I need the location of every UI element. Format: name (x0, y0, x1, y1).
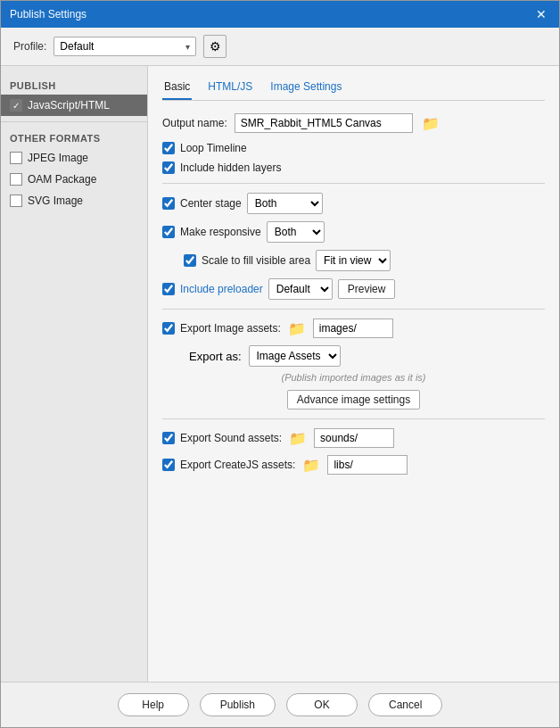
export-image-row: Export Image assets: 📁 (162, 318, 545, 338)
publish-note: (Publish imported images as it is) (162, 372, 545, 383)
export-sound-path-input[interactable] (314, 428, 394, 448)
make-responsive-label: Make responsive (180, 226, 261, 238)
export-image-checkbox[interactable] (162, 322, 175, 335)
include-hidden-row: Include hidden layers (162, 161, 545, 174)
main-content: PUBLISH ✓ JavaScript/HTML OTHER FORMATS … (1, 66, 559, 682)
title-bar: Publish Settings ✕ (1, 1, 559, 28)
advance-image-settings-button[interactable]: Advance image settings (287, 390, 420, 410)
profile-chevron-icon: ▾ (185, 42, 190, 52)
footer: Help Publish OK Cancel (1, 682, 559, 727)
folder-icon-2: 📁 (288, 321, 306, 336)
sidebar-item-oam[interactable]: OAM Package (1, 169, 147, 190)
oam-checkbox (10, 173, 22, 186)
export-image-path-input[interactable] (313, 318, 393, 338)
output-folder-button[interactable]: 📁 (420, 115, 441, 132)
publish-section-label: PUBLISH (1, 75, 147, 95)
folder-icon: 📁 (422, 116, 440, 131)
sidebar: PUBLISH ✓ JavaScript/HTML OTHER FORMATS … (1, 66, 148, 682)
output-name-label: Output name: (162, 117, 227, 129)
profile-bar: Profile: Default ▾ ⚙ (1, 28, 559, 66)
export-image-folder-button[interactable]: 📁 (286, 320, 308, 337)
settings-panel: Basic HTML/JS Image Settings Output name… (148, 66, 559, 682)
center-stage-label: Center stage (180, 197, 242, 210)
output-name-row: Output name: 📁 (162, 113, 545, 133)
other-formats-label: OTHER FORMATS (1, 128, 147, 147)
jpeg-label: JPEG Image (28, 152, 88, 164)
center-stage-checkbox[interactable] (162, 197, 175, 210)
include-hidden-label: Include hidden layers (180, 161, 281, 174)
scale-fill-checkbox[interactable] (184, 254, 196, 267)
sidebar-item-svg[interactable]: SVG Image (1, 190, 147, 211)
output-name-input[interactable] (235, 113, 413, 133)
scale-fill-select[interactable]: Fit in view Fill (316, 250, 391, 271)
tab-image-settings[interactable]: Image Settings (268, 77, 343, 100)
help-button[interactable]: Help (118, 693, 189, 716)
ok-button[interactable]: OK (286, 693, 358, 716)
include-preloader-label: Include preloader (180, 283, 263, 295)
export-sound-row: Export Sound assets: 📁 (162, 428, 545, 448)
make-responsive-row: Make responsive Both Width Height None (162, 221, 545, 243)
close-button[interactable]: ✕ (532, 5, 550, 23)
export-sound-folder-button[interactable]: 📁 (287, 430, 309, 447)
make-responsive-select[interactable]: Both Width Height None (267, 221, 325, 243)
profile-value: Default (60, 40, 94, 53)
tab-html-js[interactable]: HTML/JS (206, 77, 254, 100)
loop-timeline-checkbox[interactable] (162, 142, 175, 154)
svg-checkbox (10, 194, 22, 207)
include-preloader-checkbox[interactable] (162, 283, 175, 295)
export-createjs-row: Export CreateJS assets: 📁 (162, 455, 545, 475)
jpeg-checkbox (10, 152, 22, 164)
center-stage-select[interactable]: Both Horizontal Vertical None (247, 193, 323, 214)
scale-fill-row: Scale to fill visible area Fit in view F… (162, 250, 545, 271)
export-as-label: Export as: (189, 350, 242, 363)
profile-label: Profile: (13, 40, 46, 53)
cancel-button[interactable]: Cancel (368, 693, 442, 716)
include-preloader-row: Include preloader Default None Custom Pr… (162, 278, 545, 300)
export-sound-checkbox[interactable] (162, 432, 175, 444)
loop-timeline-row: Loop Timeline (162, 142, 545, 154)
center-stage-row: Center stage Both Horizontal Vertical No… (162, 193, 545, 214)
profile-dropdown[interactable]: Default ▾ (54, 37, 196, 56)
tab-basic[interactable]: Basic (162, 77, 192, 100)
include-hidden-checkbox[interactable] (162, 161, 175, 174)
publish-button[interactable]: Publish (200, 693, 276, 716)
publish-settings-dialog: Publish Settings ✕ Profile: Default ▾ ⚙ … (0, 0, 560, 728)
export-createjs-path-input[interactable] (327, 455, 408, 475)
folder-icon-3: 📁 (289, 431, 307, 446)
include-preloader-select[interactable]: Default None Custom (268, 278, 333, 300)
js-html-label: JavaScript/HTML (28, 99, 110, 112)
dialog-title: Publish Settings (10, 8, 86, 21)
scale-fill-label: Scale to fill visible area (202, 254, 310, 267)
export-createjs-folder-button[interactable]: 📁 (301, 457, 322, 474)
export-createjs-label: Export CreateJS assets: (180, 459, 295, 471)
export-sound-label: Export Sound assets: (180, 432, 282, 444)
svg-label: SVG Image (28, 194, 83, 207)
gear-icon: ⚙ (210, 39, 221, 54)
tabs-bar: Basic HTML/JS Image Settings (162, 77, 545, 101)
gear-button[interactable]: ⚙ (203, 35, 226, 58)
folder-icon-4: 📁 (302, 458, 320, 473)
export-createjs-checkbox[interactable] (162, 459, 175, 471)
export-as-row: Export as: Image Assets Sprite Sheet (162, 345, 545, 367)
loop-timeline-label: Loop Timeline (180, 142, 247, 154)
export-as-select[interactable]: Image Assets Sprite Sheet (249, 345, 341, 367)
export-image-label: Export Image assets: (180, 322, 281, 335)
oam-label: OAM Package (28, 173, 96, 186)
js-html-checkbox: ✓ (10, 99, 22, 112)
make-responsive-checkbox[interactable] (162, 226, 175, 238)
sidebar-item-jpeg[interactable]: JPEG Image (1, 147, 147, 169)
sidebar-item-js-html[interactable]: ✓ JavaScript/HTML (1, 95, 147, 116)
preview-button[interactable]: Preview (338, 279, 396, 299)
